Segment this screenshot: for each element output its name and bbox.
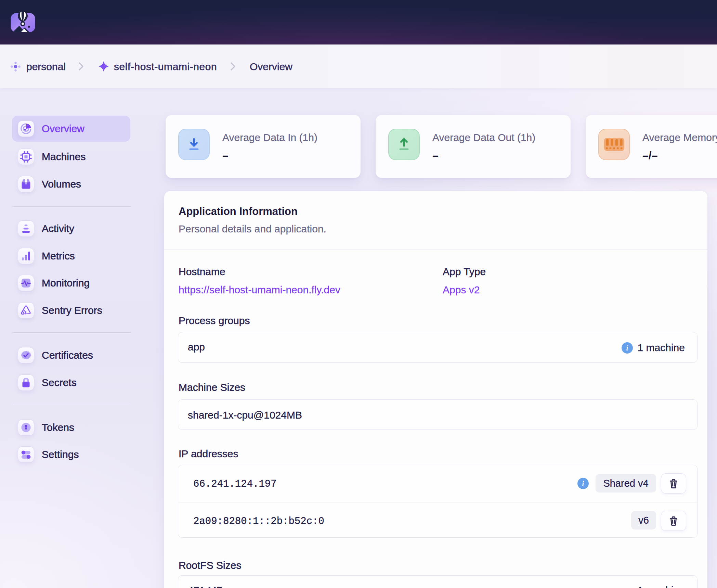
svg-text:i: i [626,344,628,352]
svg-text:i: i [582,480,584,488]
